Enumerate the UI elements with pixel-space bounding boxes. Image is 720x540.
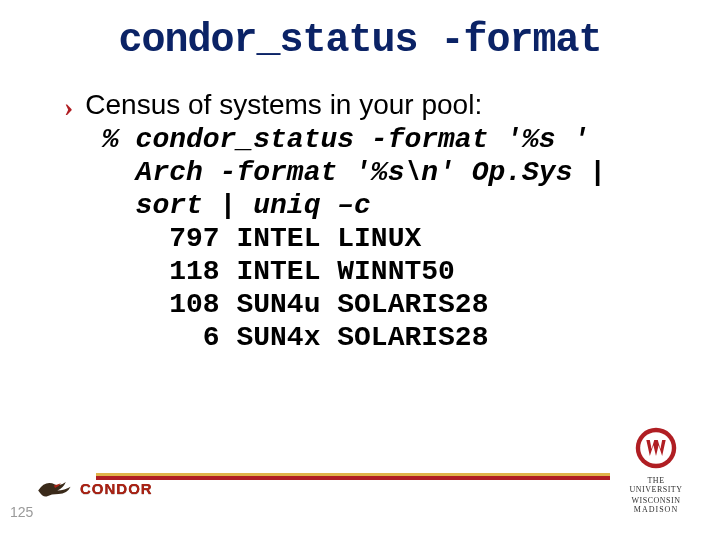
- slide-title: condor_status -format: [40, 18, 680, 63]
- output-line: 118 INTEL WINNT50: [102, 255, 680, 288]
- slide: condor_status -format › Census of system…: [0, 0, 720, 540]
- footer: CONDOR THE UNIVERSITY WISCONSIN MADISON …: [0, 460, 720, 524]
- condor-logo: CONDOR: [36, 476, 153, 500]
- output-line: 6 SUN4x SOLARIS28: [102, 321, 680, 354]
- command-line: % condor_status -format '%s ': [102, 123, 680, 156]
- code-block: % condor_status -format '%s ' Arch -form…: [64, 123, 680, 354]
- condor-brand-text: CONDOR: [80, 480, 153, 497]
- output-line: 108 SUN4u SOLARIS28: [102, 288, 680, 321]
- command-line: sort | uniq –c: [102, 189, 680, 222]
- wisconsin-logo: THE UNIVERSITY WISCONSIN MADISON: [620, 426, 692, 514]
- crest-icon: [634, 426, 678, 470]
- bullet-text: Census of systems in your pool:: [85, 89, 482, 121]
- eagle-icon: [36, 476, 74, 500]
- page-number: 125: [10, 504, 33, 520]
- divider-red: [96, 476, 610, 480]
- output-line: 797 INTEL LINUX: [102, 222, 680, 255]
- divider-bar: [96, 473, 610, 480]
- uw-line1: THE UNIVERSITY: [620, 476, 692, 494]
- uw-line2: WISCONSIN: [620, 496, 692, 505]
- bullet-item: › Census of systems in your pool:: [64, 89, 680, 121]
- chevron-right-icon: ›: [64, 93, 73, 121]
- command-line: Arch -format '%s\n' Op.Sys |: [102, 156, 680, 189]
- slide-body: › Census of systems in your pool: % cond…: [40, 89, 680, 354]
- uw-sub: MADISON: [620, 505, 692, 514]
